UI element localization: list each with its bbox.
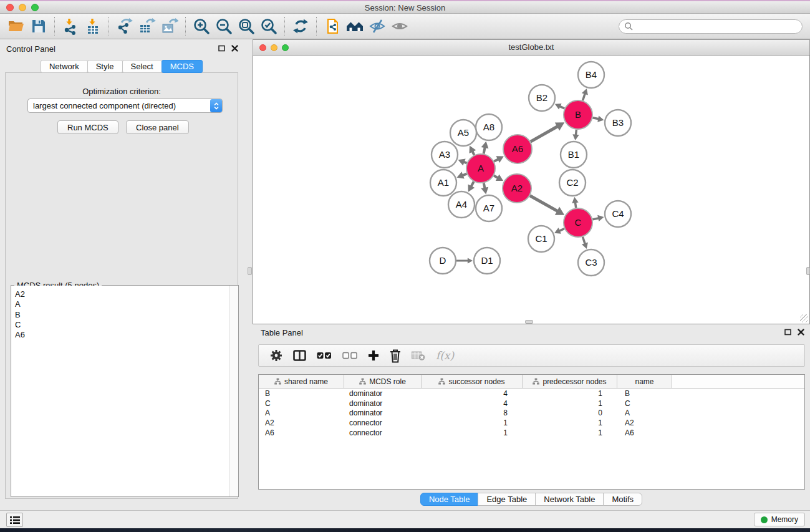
tab-mcds[interactable]: MCDS (162, 60, 203, 73)
search-input[interactable] (636, 22, 797, 31)
column-header-mcds-role[interactable]: MCDS role (344, 375, 422, 388)
search-field[interactable] (619, 19, 803, 34)
close-panel-button[interactable]: Close panel (126, 120, 189, 134)
open-session-button[interactable] (5, 15, 27, 37)
table-cell[interactable]: A6 (617, 428, 672, 437)
result-item[interactable]: B (15, 310, 229, 320)
column-header-shared-name[interactable]: shared name (259, 375, 344, 388)
network-close-button[interactable] (259, 44, 266, 51)
memory-button[interactable]: Memory (754, 513, 805, 526)
deselect-all-button[interactable] (342, 351, 357, 360)
result-list-scrollbar[interactable] (229, 286, 238, 496)
table-cell[interactable]: A2 (259, 418, 344, 427)
table-cell[interactable]: 0 (523, 409, 617, 417)
graph-edge-B-B3[interactable] (593, 118, 599, 119)
graph-edge-B-B1[interactable] (576, 130, 576, 135)
table-row[interactable]: A6connector11A6 (259, 428, 804, 438)
graph-edge-A-A1[interactable] (463, 174, 467, 176)
tab-select[interactable]: Select (122, 60, 162, 73)
criterion-select[interactable]: largest connected component (directed) (27, 99, 223, 113)
table-cell[interactable]: 1 (523, 418, 617, 427)
column-header-name[interactable]: name (617, 375, 672, 388)
left-split-divider-handle[interactable] (248, 267, 252, 275)
tab-edge-table[interactable]: Edge Table (478, 493, 536, 506)
table-cell[interactable]: dominator (344, 399, 422, 408)
select-all-button[interactable] (317, 351, 332, 360)
zoom-fit-button[interactable] (235, 15, 258, 37)
table-cell[interactable]: A6 (259, 428, 344, 437)
float-panel-icon[interactable] (218, 45, 225, 52)
close-panel-icon[interactable] (798, 329, 804, 336)
export-network-button[interactable] (113, 15, 136, 37)
graph-edge-B-B4[interactable] (583, 94, 586, 100)
graph-edge-C-C1[interactable] (559, 229, 564, 231)
export-image-button[interactable] (158, 15, 181, 37)
float-panel-icon[interactable] (784, 329, 791, 336)
close-panel-icon[interactable] (231, 45, 238, 52)
show-columns-button[interactable] (293, 350, 306, 361)
add-column-button[interactable] (368, 350, 379, 361)
tab-network-table[interactable]: Network Table (535, 493, 604, 506)
tab-network[interactable]: Network (41, 60, 88, 73)
toggle-graphics-details-button[interactable] (366, 15, 388, 37)
run-mcds-button[interactable]: Run MCDS (57, 120, 118, 134)
table-cell[interactable]: connector (344, 428, 422, 437)
result-item[interactable]: A6 (15, 330, 229, 340)
result-item[interactable]: A2 (15, 289, 229, 299)
table-row[interactable]: Bdominator41B (259, 389, 804, 399)
network-overview-button[interactable] (344, 15, 366, 37)
delete-column-button[interactable] (390, 349, 401, 363)
table-cell[interactable]: A (617, 409, 672, 417)
function-builder-button-disabled[interactable]: f(x) (436, 349, 454, 362)
graph-edge-A6-B[interactable] (531, 127, 558, 142)
table-cell[interactable]: 4 (422, 389, 523, 398)
table-cell[interactable]: B (259, 389, 344, 398)
graph-edge-A-A4[interactable] (471, 181, 474, 186)
save-session-button[interactable] (27, 15, 50, 37)
table-cell[interactable]: 8 (422, 409, 523, 417)
task-history-button[interactable] (6, 513, 23, 527)
table-row[interactable]: A2connector11A2 (259, 418, 804, 428)
zoom-selected-button[interactable] (258, 15, 280, 37)
network-maximize-button[interactable] (282, 44, 289, 51)
graph-edge-A-A6[interactable] (494, 159, 498, 162)
import-network-button[interactable] (59, 15, 82, 37)
toggle-birds-eye-view-button[interactable] (388, 15, 411, 37)
import-table-button[interactable] (82, 15, 104, 37)
table-cell[interactable]: connector (344, 418, 422, 427)
table-cell[interactable]: 4 (422, 399, 523, 408)
graph-edge-A-A2[interactable] (494, 176, 498, 178)
table-cell[interactable]: dominator (344, 389, 422, 398)
table-cell[interactable]: B (617, 389, 672, 398)
result-item[interactable]: A (15, 299, 229, 309)
network-minimize-button[interactable] (271, 44, 277, 51)
column-header-predecessor-nodes[interactable]: predecessor nodes (523, 375, 617, 388)
refresh-button[interactable] (289, 15, 312, 37)
table-cell[interactable]: C (259, 399, 344, 408)
network-window-titlebar[interactable]: testGlobe.txt (253, 39, 810, 55)
right-split-divider-handle[interactable] (806, 267, 810, 275)
bottom-split-divider-handle[interactable] (525, 320, 533, 324)
graph-edge-A-A8[interactable] (484, 147, 485, 153)
table-cell[interactable]: A2 (617, 418, 672, 427)
tab-node-table[interactable]: Node Table (420, 493, 479, 506)
graph-edge-B-B2[interactable] (560, 106, 565, 109)
network-canvas[interactable]: B4B2BB3A8A5A6A3B1AA1C2A2A4A7C4CC1C3DD1 (253, 55, 810, 324)
graph-edge-C-C2[interactable] (575, 202, 576, 208)
result-item[interactable]: C (15, 320, 229, 330)
table-cell[interactable]: C (617, 399, 672, 408)
export-table-button[interactable] (136, 15, 158, 37)
network-graph[interactable]: B4B2BB3A8A5A6A3B1AA1C2A2A4A7C4CC1C3DD1 (253, 56, 809, 324)
zoom-in-button[interactable] (190, 15, 213, 37)
table-row[interactable]: Adominator80A (259, 408, 804, 418)
window-resize-grip[interactable] (800, 314, 808, 322)
table-cell[interactable]: dominator (344, 409, 422, 417)
tab-style[interactable]: Style (87, 60, 123, 73)
table-settings-button[interactable] (270, 349, 282, 362)
column-header-successor-nodes[interactable]: successor nodes (422, 375, 523, 388)
table-cell[interactable]: 1 (523, 428, 617, 437)
table-cell[interactable]: A (259, 409, 344, 417)
new-network-from-file-button[interactable] (321, 15, 344, 37)
delete-table-button-disabled[interactable] (412, 351, 425, 360)
zoom-out-button[interactable] (213, 15, 235, 37)
